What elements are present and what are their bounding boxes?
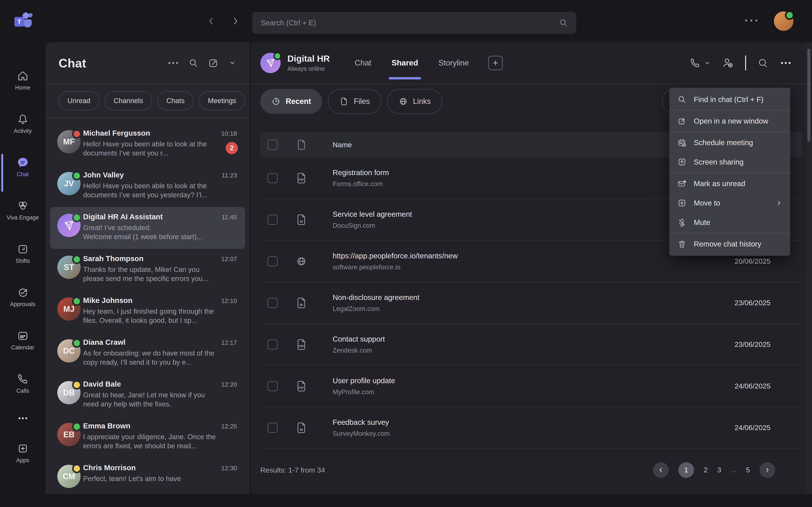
- list-item[interactable]: DB David Bale12:20 Great to hear, Jane! …: [45, 374, 250, 416]
- search-input[interactable]: [260, 18, 559, 27]
- page-ellipsis: ...: [731, 466, 736, 473]
- segment-links[interactable]: Links: [387, 89, 442, 114]
- tab-storyline[interactable]: Storyline: [438, 59, 469, 67]
- list-item[interactable]: JV John Valley11:23 Hello! Have you been…: [45, 165, 250, 207]
- new-chat-icon[interactable]: [208, 58, 218, 68]
- table-row[interactable]: PDF w Non-disclosure agreementLegalZoom.…: [260, 282, 802, 324]
- pagination: 1 2 3 ... 5: [653, 462, 775, 478]
- svg-text:w: w: [300, 219, 303, 224]
- avatar: EB: [57, 423, 81, 446]
- row-checkbox[interactable]: [267, 339, 277, 350]
- filter-chip-unread[interactable]: Unread: [59, 91, 99, 110]
- filter-chip-channels[interactable]: Channels: [105, 91, 152, 110]
- rail-nav: Home Activity Chat Viva Engage Shifts Ap…: [0, 70, 45, 486]
- next-page-button[interactable]: [760, 462, 775, 478]
- prev-page-button[interactable]: [653, 462, 669, 478]
- add-people-icon[interactable]: [722, 57, 734, 69]
- filter-chip-chats[interactable]: Chats: [158, 91, 194, 110]
- chat-list-panel: Chat Unread Channels Chats Meetings MF M…: [45, 42, 250, 494]
- file-date: 24/06/2025: [734, 424, 770, 432]
- call-button[interactable]: [689, 57, 711, 69]
- sidebar-item-approvals[interactable]: Approvals: [0, 286, 45, 307]
- rail-more-button[interactable]: [0, 416, 45, 420]
- globe-icon: PDF w: [295, 256, 307, 267]
- sidebar-item-viva-engage[interactable]: Viva Engage: [0, 200, 45, 221]
- menu-item-remove-chat-history[interactable]: Remove chat history: [669, 234, 790, 254]
- svg-text:w: w: [300, 302, 303, 307]
- menu-item-move-to[interactable]: Move to: [669, 193, 790, 213]
- add-tab-button[interactable]: [488, 56, 503, 70]
- chat-search-icon[interactable]: [189, 58, 199, 68]
- presence-indicator: [72, 338, 82, 348]
- status-text: Always online: [287, 65, 330, 72]
- menu-divider: [669, 131, 790, 132]
- tab-shared[interactable]: Shared: [392, 59, 418, 67]
- file-icon: [339, 97, 349, 106]
- list-item[interactable]: MJ Mike Johnson12:10 Hey team, I just fi…: [45, 291, 250, 333]
- segment-recent[interactable]: Recent: [260, 89, 322, 114]
- sidebar-item-label: Calls: [16, 388, 29, 394]
- table-footer: Results: 1-7 from 34 1 2 3 ... 5: [251, 461, 812, 479]
- list-item[interactable]: ST Sarah Thompson12:07 Thanks for the up…: [45, 249, 250, 291]
- table-row[interactable]: PDF w User profile updateMyProfile.com 2…: [260, 365, 802, 407]
- forward-button[interactable]: [231, 16, 240, 26]
- sidebar-item-home[interactable]: Home: [0, 70, 45, 91]
- svg-text:PDF: PDF: [299, 178, 304, 181]
- column-header-name[interactable]: Name: [333, 141, 352, 149]
- list-item[interactable]: CM Chris Morrison12:30 Perfect, team! Le…: [45, 458, 250, 494]
- row-checkbox[interactable]: [267, 423, 277, 433]
- filter-chip-meetings[interactable]: Meetings: [199, 91, 245, 110]
- sidebar-item-calls[interactable]: Calls: [0, 373, 45, 394]
- segment-files[interactable]: Files: [328, 89, 381, 114]
- viva-engage-icon: [17, 200, 29, 212]
- page-button-1[interactable]: 1: [678, 462, 694, 478]
- menu-item-find-in-chat[interactable]: Find in chat (Ctrl + F): [669, 90, 790, 109]
- list-item[interactable]: EB Emma Brown12:25 I appreciate your dil…: [45, 416, 250, 458]
- list-item-selected[interactable]: Digital HR AI Assistant11:45 Great! I’ve…: [50, 207, 245, 249]
- chat-filter-chips: Unread Channels Chats Meetings: [45, 84, 250, 118]
- page-button-3[interactable]: 3: [717, 466, 721, 474]
- scrollbar-thumb[interactable]: [807, 49, 810, 142]
- sidebar-item-shifts[interactable]: Shifts: [0, 243, 45, 264]
- sidebar-item-chat[interactable]: Chat: [0, 156, 45, 178]
- tab-chat[interactable]: Chat: [355, 59, 371, 67]
- row-checkbox[interactable]: [267, 381, 277, 391]
- sidebar-item-activity[interactable]: Activity: [0, 113, 45, 134]
- menu-item-open-new-window[interactable]: Open in a new window: [669, 111, 790, 131]
- list-item[interactable]: MF Michael Fergusson10:18 Hello! Have yo…: [45, 123, 250, 165]
- table-row[interactable]: PDF w Contact supportZendesk.com 23/06/2…: [260, 324, 802, 365]
- page-button-2[interactable]: 2: [704, 466, 708, 474]
- conversation-more-button[interactable]: [780, 61, 792, 65]
- mail-unread-icon: [677, 179, 687, 188]
- menu-item-schedule-meeting[interactable]: Schedule meeting: [669, 133, 790, 152]
- list-item[interactable]: DC Diana Crawl12:17 As for onboarding: w…: [45, 333, 250, 374]
- page-button-5[interactable]: 5: [746, 466, 750, 474]
- find-in-chat-icon[interactable]: [757, 57, 768, 68]
- file-date: 23/06/2025: [734, 340, 770, 349]
- chevron-down-icon: [704, 60, 711, 66]
- file-date: 23/06/2025: [734, 299, 770, 307]
- sidebar-item-apps[interactable]: Apps: [0, 442, 45, 464]
- chat-more-button[interactable]: [168, 61, 179, 64]
- row-checkbox[interactable]: [267, 173, 277, 183]
- user-avatar[interactable]: [774, 11, 794, 31]
- svg-text:w: w: [300, 427, 303, 432]
- back-button[interactable]: [207, 16, 216, 26]
- app-rail: T Home Activity Chat Viva Engage Shifts …: [0, 0, 45, 507]
- menu-item-screen-sharing[interactable]: Screen sharing: [669, 152, 790, 172]
- table-row[interactable]: PDF w Feedback surveySurveyMonkey.com 24…: [260, 407, 802, 449]
- row-checkbox[interactable]: [267, 215, 277, 225]
- menu-item-mute[interactable]: Mute: [669, 213, 790, 232]
- menu-item-mark-as-unread[interactable]: Mark as unread: [669, 174, 790, 193]
- more-options-icon: [17, 416, 29, 420]
- topbar-more-button[interactable]: [744, 18, 759, 22]
- avatar: MJ: [57, 297, 81, 321]
- sidebar-item-label: Viva Engage: [7, 214, 39, 221]
- row-checkbox[interactable]: [267, 298, 277, 308]
- move-to-icon: [677, 199, 687, 208]
- sidebar-item-calendar[interactable]: Calendar: [0, 330, 45, 351]
- word-file-icon: PDF w: [295, 297, 307, 309]
- select-all-checkbox[interactable]: [267, 139, 277, 150]
- chevron-down-icon[interactable]: [228, 59, 237, 67]
- row-checkbox[interactable]: [267, 256, 277, 266]
